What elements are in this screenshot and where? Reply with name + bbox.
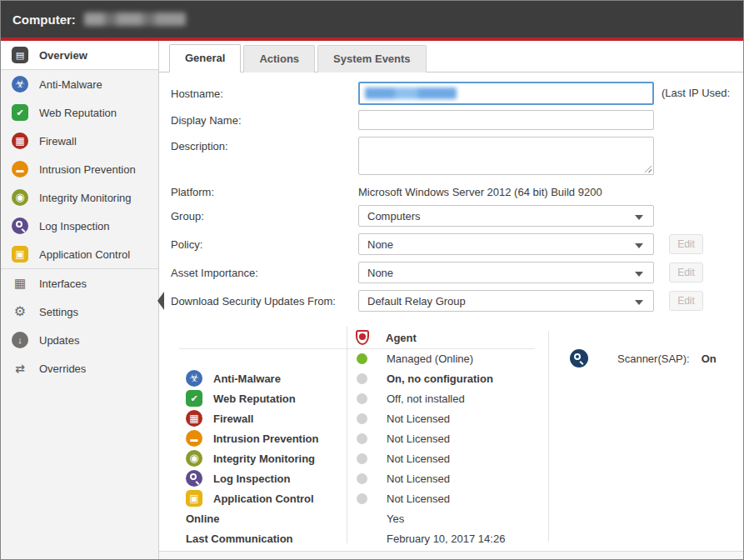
sidebar-item-label: Intrusion Prevention [39,163,136,176]
status-dot-gray [357,393,367,404]
sidebar-item-settings[interactable]: Settings [1,298,158,326]
sidebar-item-interfaces[interactable]: Interfaces [1,269,158,298]
firewall-icon [186,410,202,427]
application-control-icon [186,490,202,507]
sidebar-item-label: Updates [39,334,79,347]
module-status-section: Agent Managed (Online) Scanner(SAP): [159,327,743,548]
scanner-sap-label: Scanner(SAP): [617,352,690,365]
display-name-label: Display Name: [159,114,358,127]
sidebar-item-overview[interactable]: Overview [1,41,158,69]
asset-importance-dropdown[interactable]: None [358,262,654,283]
sidebar: Overview Anti-Malware Web Reputation Fir… [1,41,159,559]
sidebar-item-label: Interfaces [39,278,87,290]
agent-managed-status: Managed (Online) [347,348,548,368]
status-row-web-reputation: Web Reputation [159,388,347,408]
sidebar-item-label: Web Reputation [39,107,117,119]
group-row: Group: Computers [159,205,743,227]
asset-importance-edit-button[interactable]: Edit [669,262,703,282]
description-label: Description: [159,137,358,152]
policy-edit-button[interactable]: Edit [669,234,703,254]
display-name-row: Display Name: [159,110,743,130]
sidebar-item-log-inspection[interactable]: Log Inspection [1,212,158,240]
agent-shield-icon [356,330,369,345]
scanner-icon [570,349,588,368]
log-inspection-status: Not Licensed [347,468,548,488]
sidebar-item-firewall[interactable]: Firewall [1,127,158,155]
status-dot-gray [357,433,367,444]
platform-label: Platform: [159,186,358,198]
status-dot-green [357,353,367,364]
policy-row: Policy: None Edit [159,233,743,255]
agent-column-header: Agent [347,327,548,348]
firewall-icon [12,132,28,149]
sidebar-item-application-control[interactable]: Application Control [1,240,158,268]
firewall-status: Not Licensed [347,408,548,428]
hostname-input[interactable] [358,82,654,105]
status-column-divider-right [548,331,549,542]
policy-dropdown[interactable]: None [358,233,654,255]
web-reputation-status: Off, not installed [347,388,548,408]
status-header-spacer [548,327,743,348]
policy-label: Policy: [159,238,358,251]
asset-importance-row: Asset Importance: None Edit [159,262,743,283]
updates-icon [12,332,28,348]
sidebar-collapse-handle[interactable] [157,292,164,310]
web-reputation-icon [12,104,28,121]
display-name-input[interactable] [358,110,654,130]
gear-icon [12,303,28,320]
sidebar-item-label: Anti-Malware [39,78,102,91]
sidebar-item-label: Overrides [39,362,86,375]
sidebar-item-updates[interactable]: Updates [1,326,158,354]
status-header-underline [179,348,535,349]
online-status: Yes [347,508,548,528]
status-row-application-control: Application Control [159,488,347,508]
scanner-sap-value: On [702,352,717,365]
log-inspection-icon [12,218,28,234]
group-dropdown[interactable]: Computers [358,205,654,227]
sidebar-item-intrusion-prevention[interactable]: Intrusion Prevention [1,155,158,183]
scanner-sap-row: Scanner(SAP): On [548,348,743,368]
interfaces-icon [12,275,28,292]
window-title: Computer: [12,12,76,27]
asset-importance-dropdown-value: None [367,267,393,279]
download-updates-edit-button[interactable]: Edit [669,291,703,311]
sidebar-item-label: Application Control [39,248,130,261]
download-updates-dropdown[interactable]: Default Relay Group [358,290,654,312]
status-row-integrity-monitoring: Integrity Monitoring [159,448,347,468]
tab-actions[interactable]: Actions [243,45,315,72]
status-column-divider-left [347,327,347,543]
description-textarea[interactable] [358,137,654,175]
tab-system-events[interactable]: System Events [317,45,427,72]
application-control-icon [12,246,28,262]
status-header-spacer [159,327,347,348]
platform-value: Microsoft Windows Server 2012 (64 bit) B… [358,186,602,198]
tab-general[interactable]: General [169,44,241,72]
status-dot-gray [357,453,367,464]
sidebar-item-web-reputation[interactable]: Web Reputation [1,98,158,127]
application-control-status: Not Licensed [347,488,548,508]
overview-icon [12,47,28,63]
sidebar-item-overrides[interactable]: Overrides [1,354,158,382]
status-dot-gray [357,473,367,484]
computer-name-redacted [84,12,186,26]
sidebar-item-label: Integrity Monitoring [39,192,132,204]
sidebar-item-label: Settings [39,306,78,318]
group-label: Group: [159,210,358,222]
sidebar-item-integrity-monitoring[interactable]: Integrity Monitoring [1,183,158,212]
overrides-icon [12,360,28,377]
status-dot-placeholder [357,533,367,544]
anti-malware-status: On, no configuration [347,368,548,388]
intrusion-prevention-status: Not Licensed [347,428,548,448]
sidebar-item-anti-malware[interactable]: Anti-Malware [1,70,158,98]
hostname-label: Hostname: [159,88,358,100]
platform-row: Platform: Microsoft Windows Server 2012 … [159,183,743,200]
integrity-monitoring-icon [186,450,202,467]
last-ip-note: (Last IP Used: [662,87,730,99]
intrusion-prevention-icon [12,161,28,178]
status-row-firewall: Firewall [159,408,347,428]
general-form: Hostname: (Last IP Used: Display Name: D… [159,72,743,548]
intrusion-prevention-icon [186,430,202,447]
log-inspection-icon [186,470,202,487]
anti-malware-icon [186,370,202,387]
policy-dropdown-value: None [367,238,393,251]
